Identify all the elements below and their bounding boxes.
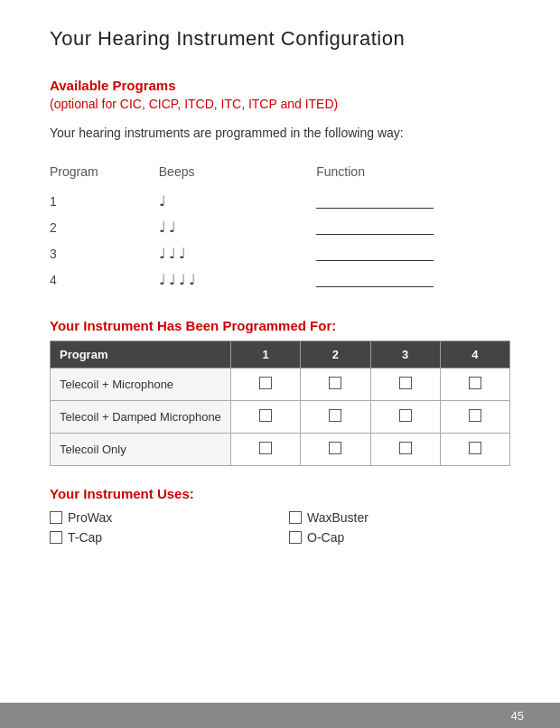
checkbox-icon: [329, 409, 341, 422]
function-cell: [316, 214, 510, 240]
table-row: Telecoil + Damped Microphone: [51, 401, 510, 434]
available-programs-heading: Available Programs: [50, 78, 510, 93]
page-number: 45: [511, 709, 524, 723]
programs-table: Program Beeps Function 1♩2♩♩3♩♩♩4♩♩♩♩: [50, 161, 510, 293]
prog-for-table: Program 1 2 3 4 Telecoil + MicrophoneTel…: [50, 341, 510, 466]
row-label: Telecoil + Damped Microphone: [51, 401, 231, 434]
table-row: Telecoil + Microphone: [51, 369, 510, 401]
pf-col-2: 2: [301, 341, 370, 369]
page-container: Your Hearing Instrument Configuration Av…: [0, 0, 560, 599]
program-number: 2: [50, 214, 159, 240]
checkbox-icon: [259, 377, 272, 389]
checkbox-icon: [399, 409, 412, 422]
checkbox-icon: [469, 442, 481, 454]
col-header-function: Function: [316, 161, 510, 188]
uses-item-label: WaxBuster: [307, 510, 369, 525]
uses-section: Your Instrument Uses: ProWaxWaxBusterT-C…: [50, 486, 510, 545]
checkbox-cell: [231, 434, 301, 466]
function-line: [316, 276, 434, 287]
pf-col-3: 3: [370, 341, 440, 369]
function-line: [316, 224, 434, 235]
uses-item-label: T-Cap: [68, 530, 102, 545]
beeps-cell: ♩♩♩: [159, 240, 316, 266]
table-row: 1♩: [50, 188, 510, 214]
beeps-cell: ♩♩: [159, 214, 316, 240]
checkbox-cell: [301, 434, 370, 466]
checkbox-icon: [469, 409, 481, 422]
beeps-cell: ♩♩♩♩: [159, 266, 316, 293]
uses-heading: Your Instrument Uses:: [50, 486, 510, 501]
checkbox-cell: [231, 369, 301, 401]
function-cell: [316, 266, 510, 293]
checkbox-icon: [469, 377, 481, 389]
checkbox-cell: [370, 434, 440, 466]
row-label: Telecoil Only: [51, 434, 231, 466]
checkbox-cell: [231, 401, 301, 434]
pf-col-1: 1: [231, 341, 301, 369]
available-programs-section: Available Programs (optional for CIC, CI…: [50, 78, 510, 293]
function-cell: [316, 240, 510, 266]
available-programs-subtitle: (optional for CIC, CICP, ITCD, ITC, ITCP…: [50, 97, 510, 111]
uses-item-label: O-Cap: [307, 530, 344, 545]
checkbox-cell: [301, 401, 370, 434]
checkbox-cell: [301, 369, 370, 401]
uses-item: WaxBuster: [289, 510, 510, 525]
uses-grid: ProWaxWaxBusterT-CapO-Cap: [50, 510, 510, 545]
table-row: Telecoil Only: [51, 434, 510, 466]
uses-item: O-Cap: [289, 530, 510, 545]
checkbox-icon: [399, 442, 412, 454]
col-header-program: Program: [50, 161, 159, 188]
checkbox-icon: [259, 409, 272, 422]
checkbox-cell: [440, 434, 509, 466]
uses-checkbox-icon: [50, 511, 62, 524]
programmed-section: Your Instrument Has Been Programmed For:…: [50, 318, 510, 466]
table-row: 2♩♩: [50, 214, 510, 240]
function-cell: [316, 188, 510, 214]
footer-bar: 45: [0, 703, 560, 728]
col-header-beeps: Beeps: [159, 161, 316, 188]
checkbox-cell: [370, 369, 440, 401]
program-number: 3: [50, 240, 159, 266]
checkbox-cell: [370, 401, 440, 434]
checkbox-icon: [329, 377, 341, 389]
table-row: 3♩♩♩: [50, 240, 510, 266]
program-number: 1: [50, 188, 159, 214]
uses-item: T-Cap: [50, 530, 271, 545]
page-title: Your Hearing Instrument Configuration: [50, 27, 510, 51]
row-label: Telecoil + Microphone: [51, 369, 231, 401]
uses-checkbox-icon: [289, 531, 302, 544]
uses-checkbox-icon: [289, 511, 302, 524]
uses-item: ProWax: [50, 510, 271, 525]
function-line: [316, 198, 434, 209]
checkbox-icon: [399, 377, 412, 389]
checkbox-cell: [440, 401, 509, 434]
program-number: 4: [50, 266, 159, 293]
uses-item-label: ProWax: [68, 510, 112, 525]
beeps-cell: ♩: [159, 188, 316, 214]
function-line: [316, 250, 434, 261]
uses-checkbox-icon: [50, 531, 62, 544]
checkbox-icon: [329, 442, 341, 454]
programmed-heading: Your Instrument Has Been Programmed For:: [50, 318, 510, 333]
available-programs-body: Your hearing instruments are programmed …: [50, 124, 510, 143]
checkbox-icon: [259, 442, 272, 454]
checkbox-cell: [440, 369, 509, 401]
pf-col-4: 4: [440, 341, 509, 369]
pf-col-program: Program: [51, 341, 231, 369]
table-row: 4♩♩♩♩: [50, 266, 510, 293]
